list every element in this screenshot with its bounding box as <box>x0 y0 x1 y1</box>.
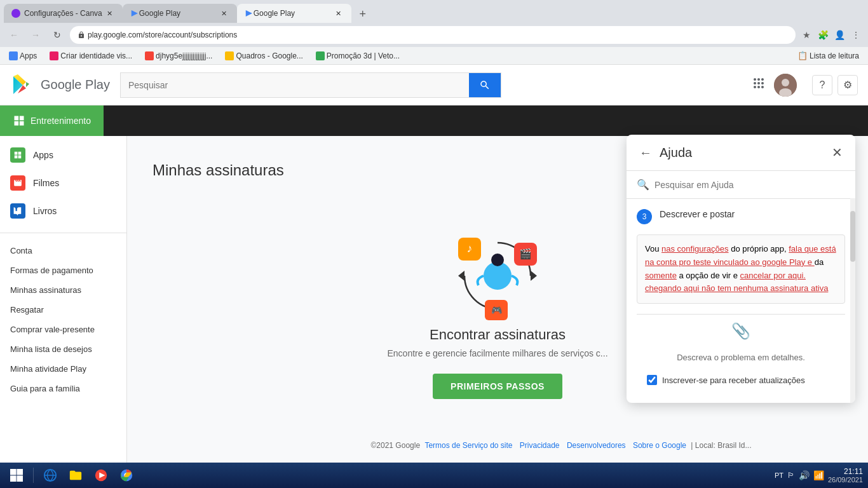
help-content-box: Vou nas configurações do próprio app, fa… <box>637 234 845 304</box>
help-link-cancelar[interactable]: cancelar por aqui. <box>740 271 806 280</box>
address-bar-row: ← → ↻ ★ 🧩 👤 ⋮ <box>0 23 868 47</box>
address-input[interactable] <box>88 30 788 39</box>
star-icon[interactable]: ★ <box>799 28 813 42</box>
search-bar <box>120 72 501 98</box>
bookmarks-bar: Apps Criar identidade vis... djhyg5ejjjj… <box>0 47 868 65</box>
sidebar: Apps Filmes Livros <box>0 136 127 463</box>
search-input[interactable] <box>121 73 469 97</box>
chrome-button[interactable] <box>115 464 138 486</box>
network-icon[interactable]: 📶 <box>813 470 824 480</box>
bookmark-apps[interactable]: Apps <box>5 50 41 62</box>
help-search-icon: 🔍 <box>637 179 649 191</box>
help-link-configuracoes[interactable]: nas configurações <box>661 244 729 254</box>
bookmark-promocao[interactable]: Promoção 3d | Veto... <box>312 50 403 62</box>
reading-list-button[interactable]: 📋 Lista de leitura <box>794 50 863 62</box>
sidebar-link-resgatar[interactable]: Resgatar <box>0 300 126 320</box>
menu-icon[interactable]: ⋮ <box>849 28 863 42</box>
grid-apps-icon[interactable] <box>751 76 766 94</box>
footer-link-sobre[interactable]: Sobre o Google <box>633 441 686 450</box>
page-title: Minhas assinaturas <box>153 161 284 179</box>
ie-button[interactable] <box>39 464 62 486</box>
svg-marker-6 <box>458 271 465 281</box>
tab-label-gplay2: Google Play <box>254 9 331 18</box>
footer-link-desenvolvedores[interactable]: Desenvolvedores <box>567 441 626 450</box>
help-step-number: 3 <box>637 209 652 224</box>
media-button[interactable] <box>90 464 112 486</box>
subscribe-label: Inscrever-se para receber atualizações <box>662 376 805 385</box>
search-button[interactable] <box>469 73 501 97</box>
svg-text:♪: ♪ <box>466 242 472 255</box>
svg-text:🎬: 🎬 <box>519 248 532 260</box>
tab-label-gplay1: Google Play <box>139 9 217 18</box>
help-scrollbar-thumb[interactable] <box>850 211 855 262</box>
browser-chrome: Configurações - Canva ✕ Google Play ✕ Go… <box>0 0 868 65</box>
profile-icon[interactable]: 👤 <box>832 28 846 42</box>
tab-gplay1[interactable]: Google Play ✕ <box>123 4 237 23</box>
subscription-illustration: ♪ 🎬 🎮 <box>440 225 555 327</box>
help-link-chegando[interactable]: chegando aqui não tem nenhuma assinatura… <box>645 283 828 293</box>
explorer-button[interactable] <box>64 464 87 486</box>
clock: 21:11 <box>828 467 863 476</box>
reading-list-label: Lista de leitura <box>810 51 859 60</box>
back-button[interactable]: ← <box>5 26 23 44</box>
subscription-section: ♪ 🎬 🎮 Encontrar assinaturas Encontre e g… <box>387 225 607 399</box>
user-avatar[interactable] <box>774 74 797 97</box>
sidebar-link-conta[interactable]: Conta <box>0 241 126 261</box>
sidebar-item-filmes[interactable]: Filmes <box>0 169 126 197</box>
subscribe-checkbox[interactable] <box>647 375 657 385</box>
apps-icon <box>10 147 25 163</box>
livros-label: Livros <box>33 206 57 216</box>
sidebar-link-atividade[interactable]: Minha atividade Play <box>0 359 126 379</box>
nav-label-entretenimento: Entretenimento <box>31 116 91 126</box>
help-search-input[interactable] <box>654 180 845 190</box>
sidebar-link-formas[interactable]: Formas de pagamento <box>0 261 126 280</box>
tab-canva[interactable]: Configurações - Canva ✕ <box>4 4 123 23</box>
livros-icon <box>10 203 25 219</box>
start-button[interactable] <box>5 464 28 486</box>
date: 26/09/2021 <box>828 476 863 484</box>
help-button[interactable]: ? <box>812 75 832 95</box>
tab-gplay2[interactable]: Google Play ✕ <box>237 4 351 23</box>
volume-icon[interactable]: 🔊 <box>799 470 810 480</box>
address-bar[interactable] <box>70 26 796 44</box>
sidebar-link-lista[interactable]: Minha lista de desejos <box>0 339 126 359</box>
tab-close-gplay2[interactable]: ✕ <box>334 8 344 18</box>
bookmark-identidade[interactable]: Criar identidade vis... <box>46 50 136 62</box>
footer-link-termos[interactable]: Termos de Serviço do site <box>424 441 512 450</box>
help-text-a: a opção de vir e <box>677 271 740 280</box>
sidebar-link-assinaturas[interactable]: Minhas assinaturas <box>0 280 126 300</box>
sidebar-item-livros[interactable]: Livros <box>0 197 126 225</box>
sidebar-item-apps[interactable]: Apps <box>0 141 126 169</box>
help-scrollbar[interactable] <box>850 198 855 403</box>
header-right <box>751 74 797 97</box>
tab-close-gplay1[interactable]: ✕ <box>219 8 229 18</box>
help-header: ← Ajuda ✕ <box>627 135 855 171</box>
extensions-icon[interactable]: 🧩 <box>816 28 830 42</box>
bookmark-quadros[interactable]: Quadros - Google... <box>221 50 306 62</box>
new-tab-button[interactable]: + <box>354 5 372 23</box>
svg-marker-5 <box>531 271 537 281</box>
help-link-somente[interactable]: somente <box>645 271 677 280</box>
settings-button[interactable]: ⚙ <box>837 75 858 95</box>
bookmark-dj[interactable]: djhyg5ejjjjjjjjjjjjjj... <box>141 50 216 62</box>
gplay-header: Google Play <box>0 65 868 105</box>
reading-list-icon: 📋 <box>797 51 808 60</box>
filmes-icon <box>10 175 25 191</box>
taskbar-separator-1 <box>33 468 34 483</box>
help-attachment-row: 📎 <box>637 314 845 348</box>
help-close-icon[interactable]: ✕ <box>832 145 843 160</box>
help-back-icon[interactable]: ← <box>639 146 652 160</box>
sidebar-link-comprar[interactable]: Comprar vale-presente <box>0 320 126 339</box>
promocao-icon <box>316 51 325 60</box>
nav-item-entretenimento[interactable]: Entretenimento <box>0 105 104 136</box>
taskbar-right: PT 🏳 🔊 📶 21:11 26/09/2021 <box>775 467 863 484</box>
tab-close-canva[interactable]: ✕ <box>105 8 115 18</box>
gplay-logo[interactable]: Google Play <box>10 72 110 98</box>
reload-button[interactable]: ↻ <box>48 26 66 44</box>
primeiros-passos-button[interactable]: PRIMEIROS PASSOS <box>433 374 562 399</box>
tab-label-canva: Configurações - Canva <box>24 9 102 18</box>
footer-link-privacidade[interactable]: Privacidade <box>520 441 560 450</box>
forward-button[interactable]: → <box>27 26 44 44</box>
attachment-icon[interactable]: 📎 <box>731 322 750 340</box>
sidebar-link-familia[interactable]: Guia para a família <box>0 379 126 398</box>
